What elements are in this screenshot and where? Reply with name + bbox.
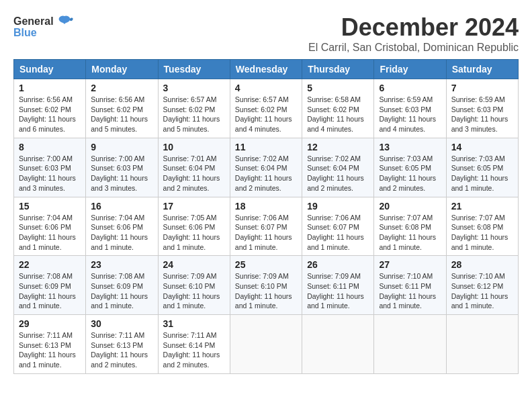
calendar-cell: 15 Sunrise: 7:04 AM Sunset: 6:06 PM Dayl… (14, 197, 86, 256)
col-header-friday: Friday (374, 60, 446, 79)
col-header-saturday: Saturday (446, 60, 518, 79)
day-info: Sunrise: 7:11 AM Sunset: 6:13 PM Dayligh… (91, 330, 152, 370)
day-info: Sunrise: 6:58 AM Sunset: 6:02 PM Dayligh… (307, 95, 369, 134)
calendar-cell: 28 Sunrise: 7:10 AM Sunset: 6:12 PM Dayl… (446, 256, 518, 315)
day-number: 10 (163, 142, 225, 152)
day-number: 19 (307, 201, 369, 212)
calendar-cell: 7 Sunrise: 6:59 AM Sunset: 6:03 PM Dayli… (446, 79, 518, 138)
month-title: December 2024 (308, 13, 519, 42)
col-header-wednesday: Wednesday (230, 60, 302, 79)
day-number: 18 (235, 201, 297, 212)
day-number: 4 (235, 83, 297, 93)
day-number: 28 (451, 259, 513, 270)
day-number: 25 (235, 259, 297, 270)
logo-general: General (13, 15, 54, 28)
day-number: 6 (379, 83, 441, 93)
day-info: Sunrise: 6:56 AM Sunset: 6:02 PM Dayligh… (19, 95, 81, 134)
day-info: Sunrise: 7:02 AM Sunset: 6:04 PM Dayligh… (307, 154, 369, 193)
calendar-cell: 8 Sunrise: 7:00 AM Sunset: 6:03 PM Dayli… (14, 138, 86, 197)
calendar-cell: 11 Sunrise: 7:02 AM Sunset: 6:04 PM Dayl… (230, 138, 302, 197)
day-info: Sunrise: 7:07 AM Sunset: 6:08 PM Dayligh… (379, 213, 441, 253)
calendar-cell: 17 Sunrise: 7:05 AM Sunset: 6:06 PM Dayl… (158, 197, 230, 256)
calendar-cell: 29 Sunrise: 7:11 AM Sunset: 6:13 PM Dayl… (14, 315, 86, 374)
calendar-cell: 16 Sunrise: 7:04 AM Sunset: 6:06 PM Dayl… (86, 197, 158, 256)
logo-bird-icon (55, 13, 74, 30)
day-info: Sunrise: 7:09 AM Sunset: 6:10 PM Dayligh… (163, 271, 225, 311)
calendar-cell (230, 315, 302, 374)
day-number: 13 (379, 142, 441, 152)
day-number: 24 (163, 259, 225, 270)
day-info: Sunrise: 7:02 AM Sunset: 6:04 PM Dayligh… (235, 154, 297, 193)
day-number: 15 (19, 201, 81, 212)
day-info: Sunrise: 7:03 AM Sunset: 6:05 PM Dayligh… (379, 154, 441, 193)
calendar-week-1: 1 Sunrise: 6:56 AM Sunset: 6:02 PM Dayli… (14, 79, 519, 138)
location-title: El Carril, San Cristobal, Dominican Repu… (308, 42, 519, 54)
calendar-cell: 30 Sunrise: 7:11 AM Sunset: 6:13 PM Dayl… (86, 315, 158, 374)
logo: General Blue (13, 13, 74, 39)
calendar-cell: 6 Sunrise: 6:59 AM Sunset: 6:03 PM Dayli… (374, 79, 446, 138)
day-info: Sunrise: 7:04 AM Sunset: 6:06 PM Dayligh… (19, 213, 81, 253)
col-header-monday: Monday (86, 60, 158, 79)
calendar-cell: 10 Sunrise: 7:01 AM Sunset: 6:04 PM Dayl… (158, 138, 230, 197)
col-header-sunday: Sunday (14, 60, 86, 79)
day-number: 31 (163, 318, 225, 329)
day-number: 2 (91, 83, 152, 93)
calendar-cell: 26 Sunrise: 7:09 AM Sunset: 6:11 PM Dayl… (302, 256, 374, 315)
day-info: Sunrise: 7:09 AM Sunset: 6:11 PM Dayligh… (307, 271, 369, 311)
calendar-cell: 21 Sunrise: 7:07 AM Sunset: 6:08 PM Dayl… (446, 197, 518, 256)
calendar-cell: 4 Sunrise: 6:57 AM Sunset: 6:02 PM Dayli… (230, 79, 302, 138)
day-info: Sunrise: 7:03 AM Sunset: 6:05 PM Dayligh… (451, 154, 513, 193)
calendar-cell: 3 Sunrise: 6:57 AM Sunset: 6:02 PM Dayli… (158, 79, 230, 138)
day-number: 21 (451, 201, 513, 212)
calendar-cell: 22 Sunrise: 7:08 AM Sunset: 6:09 PM Dayl… (14, 256, 86, 315)
calendar-cell (302, 315, 374, 374)
day-number: 30 (91, 318, 152, 329)
day-number: 5 (307, 83, 369, 93)
day-number: 22 (19, 259, 81, 270)
day-info: Sunrise: 7:10 AM Sunset: 6:11 PM Dayligh… (379, 271, 441, 311)
day-number: 14 (451, 142, 513, 152)
day-info: Sunrise: 6:57 AM Sunset: 6:02 PM Dayligh… (235, 95, 297, 134)
day-info: Sunrise: 7:04 AM Sunset: 6:06 PM Dayligh… (91, 213, 152, 253)
calendar-cell: 18 Sunrise: 7:06 AM Sunset: 6:07 PM Dayl… (230, 197, 302, 256)
day-number: 20 (379, 201, 441, 212)
calendar-cell: 5 Sunrise: 6:58 AM Sunset: 6:02 PM Dayli… (302, 79, 374, 138)
calendar-cell: 24 Sunrise: 7:09 AM Sunset: 6:10 PM Dayl… (158, 256, 230, 315)
day-info: Sunrise: 7:07 AM Sunset: 6:08 PM Dayligh… (451, 213, 513, 253)
calendar-week-3: 15 Sunrise: 7:04 AM Sunset: 6:06 PM Dayl… (14, 197, 519, 256)
calendar-week-2: 8 Sunrise: 7:00 AM Sunset: 6:03 PM Dayli… (14, 138, 519, 197)
day-info: Sunrise: 6:57 AM Sunset: 6:02 PM Dayligh… (163, 95, 225, 134)
day-number: 11 (235, 142, 297, 152)
calendar-cell: 9 Sunrise: 7:00 AM Sunset: 6:03 PM Dayli… (86, 138, 158, 197)
day-number: 7 (451, 83, 513, 93)
calendar-cell: 12 Sunrise: 7:02 AM Sunset: 6:04 PM Dayl… (302, 138, 374, 197)
calendar-cell (446, 315, 518, 374)
calendar-table: SundayMondayTuesdayWednesdayThursdayFrid… (13, 59, 519, 374)
day-number: 12 (307, 142, 369, 152)
day-info: Sunrise: 7:10 AM Sunset: 6:12 PM Dayligh… (451, 271, 513, 311)
day-info: Sunrise: 7:00 AM Sunset: 6:03 PM Dayligh… (19, 154, 81, 193)
day-info: Sunrise: 7:11 AM Sunset: 6:14 PM Dayligh… (163, 330, 225, 370)
calendar-cell: 31 Sunrise: 7:11 AM Sunset: 6:14 PM Dayl… (158, 315, 230, 374)
day-number: 1 (19, 83, 81, 93)
day-number: 26 (307, 259, 369, 270)
day-info: Sunrise: 7:05 AM Sunset: 6:06 PM Dayligh… (163, 213, 225, 253)
day-info: Sunrise: 7:09 AM Sunset: 6:10 PM Dayligh… (235, 271, 297, 311)
col-header-thursday: Thursday (302, 60, 374, 79)
day-info: Sunrise: 7:06 AM Sunset: 6:07 PM Dayligh… (307, 213, 369, 253)
calendar-cell: 27 Sunrise: 7:10 AM Sunset: 6:11 PM Dayl… (374, 256, 446, 315)
day-info: Sunrise: 7:08 AM Sunset: 6:09 PM Dayligh… (19, 271, 81, 311)
day-number: 17 (163, 201, 225, 212)
calendar-cell: 19 Sunrise: 7:06 AM Sunset: 6:07 PM Dayl… (302, 197, 374, 256)
calendar-week-5: 29 Sunrise: 7:11 AM Sunset: 6:13 PM Dayl… (14, 315, 519, 374)
calendar-cell: 23 Sunrise: 7:08 AM Sunset: 6:09 PM Dayl… (86, 256, 158, 315)
calendar-week-4: 22 Sunrise: 7:08 AM Sunset: 6:09 PM Dayl… (14, 256, 519, 315)
page-header: General Blue December 2024 El Carril, Sa… (13, 13, 519, 54)
day-number: 3 (163, 83, 225, 93)
calendar-cell: 1 Sunrise: 6:56 AM Sunset: 6:02 PM Dayli… (14, 79, 86, 138)
day-info: Sunrise: 7:06 AM Sunset: 6:07 PM Dayligh… (235, 213, 297, 253)
day-number: 8 (19, 142, 81, 152)
day-info: Sunrise: 6:56 AM Sunset: 6:02 PM Dayligh… (91, 95, 152, 134)
day-info: Sunrise: 7:01 AM Sunset: 6:04 PM Dayligh… (163, 154, 225, 193)
day-number: 29 (19, 318, 81, 329)
